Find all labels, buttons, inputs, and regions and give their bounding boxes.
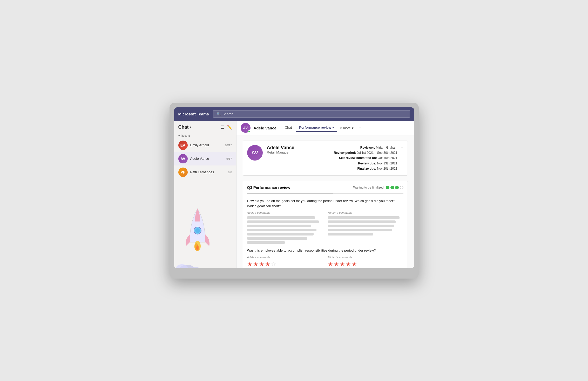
star-2: ★ xyxy=(253,261,258,268)
status-dot-3 xyxy=(395,186,399,189)
chat-heading: Chat xyxy=(178,124,189,130)
main-content: AV Adele Vance Chat Performance review ▾ xyxy=(236,121,414,268)
comment-line xyxy=(247,241,285,244)
teams-logo: Microsoft Teams xyxy=(178,112,209,116)
search-input[interactable] xyxy=(223,112,407,116)
miriam-comments-section: Miriam's comments xyxy=(328,211,403,244)
contact-list: EA Emily Arnold 10/17 AV Adele Vance 9/1… xyxy=(174,138,236,179)
miriam-comments-label: Miriam's comments xyxy=(328,211,403,214)
comments-grid-2: Adele's comments ★ ★ ★ ★ ☆ xyxy=(247,256,403,268)
review-card-title: Q3 Performance review xyxy=(247,185,290,190)
avatar-adele: AV xyxy=(178,154,188,163)
comment-line xyxy=(247,220,319,223)
progress-bar xyxy=(247,193,403,194)
star-5-empty: ☆ xyxy=(271,261,276,268)
star-4: ★ xyxy=(265,261,270,268)
contact-date-emily: 10/17 xyxy=(225,144,232,147)
status-dots xyxy=(386,186,403,189)
review-status: Waiting to be finalized xyxy=(353,186,403,189)
review-question-1: How did you do on the goals set for you … xyxy=(247,198,403,209)
sidebar: Chat ▾ ☰ ✏️ ▾ Recent E xyxy=(174,121,236,268)
comments-grid-1: Adele's comments xyxy=(247,211,403,244)
progress-bar-fill xyxy=(247,193,333,194)
svg-point-2 xyxy=(176,264,188,268)
compose-icon[interactable]: ✏️ xyxy=(227,125,232,130)
recent-section-label: ▾ Recent xyxy=(174,133,236,138)
contact-name-adele: Adele Vance xyxy=(190,157,224,161)
star-3: ★ xyxy=(259,261,264,268)
review-card: Q3 Performance review Waiting to be fina… xyxy=(243,181,408,268)
chevron-right-icon: ▾ xyxy=(178,134,180,137)
comment-line xyxy=(328,225,394,227)
review-person-title: Retail Manager xyxy=(267,150,334,154)
more-tabs[interactable]: 3 more ▾ xyxy=(338,124,356,131)
miriam-stars-label: Miriam's comments xyxy=(328,256,403,259)
header-avatar: AV xyxy=(241,123,251,133)
review-avatar: AV xyxy=(247,145,263,161)
comment-line xyxy=(328,220,396,223)
comment-line xyxy=(328,216,400,219)
sidebar-icons: ☰ ✏️ xyxy=(221,125,232,130)
search-bar[interactable]: 🔍 xyxy=(213,110,410,118)
review-person-name: Adele Vance xyxy=(267,145,334,150)
miriam-stars: ★ ★ ★ ★ ★ xyxy=(328,261,403,268)
review-meta: Reviewer: Miriam Graham Review period: J… xyxy=(334,145,397,171)
star-3: ★ xyxy=(340,261,345,268)
svg-point-0 xyxy=(179,265,195,268)
adele-stars-section: Adele's comments ★ ★ ★ ★ ☆ xyxy=(247,256,323,268)
status-dot-1 xyxy=(386,186,389,189)
status-dot-2 xyxy=(390,186,394,189)
svg-point-5 xyxy=(194,241,201,251)
star-1: ★ xyxy=(247,261,252,268)
contact-patti[interactable]: PF Patti Fernandes 9/8 xyxy=(174,165,236,179)
add-tab-button[interactable]: + xyxy=(357,124,363,131)
filter-icon[interactable]: ☰ xyxy=(221,125,224,130)
review-card-header: Q3 Performance review Waiting to be fina… xyxy=(247,185,403,190)
miriam-comment-lines xyxy=(328,216,403,235)
adele-stars: ★ ★ ★ ★ ☆ xyxy=(247,261,323,268)
star-4: ★ xyxy=(346,261,351,268)
comment-line xyxy=(247,216,315,219)
tab-chat[interactable]: Chat xyxy=(282,124,295,132)
more-chevron-icon: ▾ xyxy=(352,126,354,130)
avatar-emily: EA xyxy=(178,141,188,150)
top-bar: Microsoft Teams 🔍 xyxy=(174,107,414,121)
comment-line xyxy=(247,237,308,240)
svg-point-6 xyxy=(194,243,198,251)
review-person-info: Adele Vance Retail Manager xyxy=(267,145,334,154)
contact-emily[interactable]: EA Emily Arnold 10/17 xyxy=(174,138,236,152)
star-2: ★ xyxy=(334,261,339,268)
svg-point-7 xyxy=(196,245,199,251)
adele-stars-label: Adele's comments xyxy=(247,256,323,259)
tab-chevron-icon: ▾ xyxy=(332,126,334,129)
meta-more-icon[interactable]: ··· xyxy=(399,145,403,150)
chat-chevron-icon[interactable]: ▾ xyxy=(190,125,191,129)
comment-line xyxy=(247,233,314,235)
adele-comments-section: Adele's comments xyxy=(247,211,323,244)
header-person-name: Adele Vance xyxy=(254,126,276,130)
contact-adele[interactable]: AV Adele Vance 9/17 xyxy=(174,152,236,165)
rocket-decoration xyxy=(174,201,221,268)
meta-row: Reviewer: Miriam Graham Review period: J… xyxy=(334,145,403,171)
chat-header: AV Adele Vance Chat Performance review ▾ xyxy=(236,121,414,135)
search-icon: 🔍 xyxy=(217,112,221,116)
svg-point-4 xyxy=(195,228,200,233)
svg-point-3 xyxy=(194,227,201,234)
comment-line xyxy=(328,229,392,231)
star-1: ★ xyxy=(328,261,333,268)
tab-performance-review[interactable]: Performance review ▾ xyxy=(296,124,337,132)
svg-point-1 xyxy=(188,267,201,268)
review-profile-section: AV Adele Vance Retail Manager Reviewer: … xyxy=(243,141,408,176)
review-content: AV Adele Vance Retail Manager Reviewer: … xyxy=(236,135,414,268)
comment-line xyxy=(247,225,311,227)
star-5: ★ xyxy=(352,261,357,268)
adele-comments-label: Adele's comments xyxy=(247,211,323,214)
contact-name-emily: Emily Arnold xyxy=(190,143,222,147)
status-dot-4 xyxy=(400,186,403,189)
chat-title-wrapper: Chat ▾ xyxy=(178,124,191,130)
contact-date-adele: 9/17 xyxy=(226,157,232,160)
miriam-stars-section: Miriam's comments ★ ★ ★ ★ ★ xyxy=(328,256,403,268)
comment-line xyxy=(328,233,373,235)
adele-comment-lines xyxy=(247,216,323,244)
contact-date-patti: 9/8 xyxy=(228,171,232,174)
